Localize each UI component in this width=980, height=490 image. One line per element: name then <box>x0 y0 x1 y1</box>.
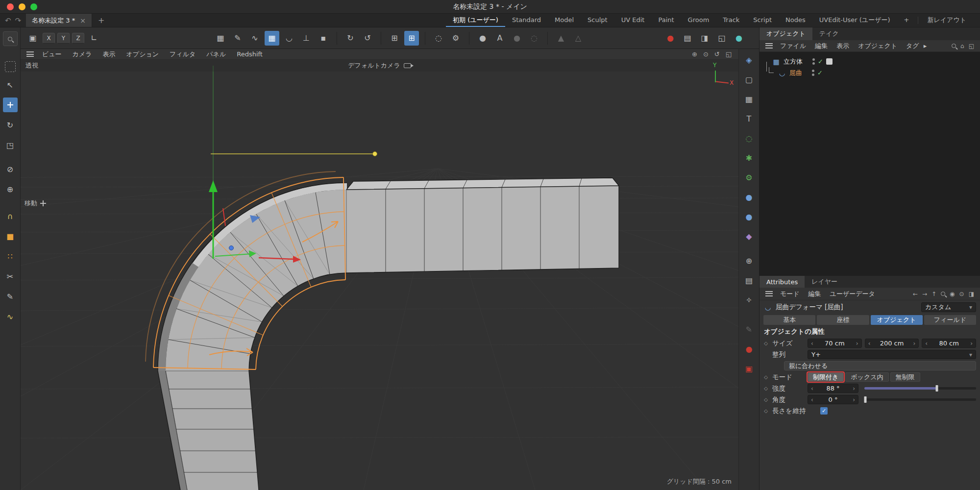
stepper-right-icon[interactable]: › <box>853 396 855 403</box>
shading-option2-icon[interactable]: ◌ <box>527 31 541 46</box>
stepper-right-icon[interactable]: › <box>913 340 916 347</box>
viewport-menu-display[interactable]: 表示 <box>98 50 121 59</box>
tree-row-bend[interactable]: ◡ 屈曲 ✓ <box>760 67 980 78</box>
redshift-ball-icon[interactable]: ● <box>742 342 756 356</box>
deformer-bend-icon[interactable]: ◡ <box>282 31 296 46</box>
stepper-left-icon[interactable]: ‹ <box>868 340 871 347</box>
maximize-view-icon[interactable]: ◱ <box>726 50 732 58</box>
primitive-cube-icon[interactable]: ▦ <box>213 31 228 46</box>
om-menu-tags[interactable]: タグ <box>902 42 924 50</box>
knife-tool-icon[interactable]: ✂ <box>3 269 18 284</box>
simulation-gear-icon[interactable]: ⚙ <box>742 171 756 184</box>
mode-within-box-button[interactable]: ボックス内 <box>845 372 888 382</box>
search-icon[interactable] <box>952 44 956 48</box>
layout-tab-track[interactable]: Track <box>716 14 746 27</box>
generator-cube-icon[interactable]: ▦ <box>265 31 279 46</box>
minimize-window-button[interactable] <box>19 3 25 10</box>
size-z-stepper[interactable]: ‹ 80 cm › <box>922 339 976 348</box>
object-name[interactable]: 立方体 <box>784 57 803 66</box>
size-y-stepper[interactable]: ‹ 200 cm › <box>865 339 919 348</box>
axis-x-toggle[interactable]: X <box>43 33 55 44</box>
history-back-icon[interactable]: ← <box>913 291 918 297</box>
polygon-mode2-icon[interactable]: △ <box>571 31 586 46</box>
tab-objects[interactable]: オブジェクト <box>760 27 812 40</box>
keyframe-record-icon[interactable]: ↻ <box>343 31 358 46</box>
layout-tab-uvedit-user[interactable]: UVEdit-User (ユーザー) <box>812 14 897 27</box>
tree-row-cube[interactable]: ▦ 立方体 ✓ <box>760 56 980 67</box>
slider-handle[interactable] <box>936 385 938 392</box>
tab-attributes[interactable]: Attributes <box>760 276 805 288</box>
pencil-edit-icon[interactable]: ✎ <box>742 322 756 336</box>
size-x-stepper[interactable]: ‹ 70 cm › <box>808 339 862 348</box>
om-menu-edit[interactable]: 編集 <box>810 42 832 50</box>
spline-smooth-tool-icon[interactable]: ∿ <box>3 309 18 324</box>
layout-tab-standard[interactable]: Standard <box>505 14 548 27</box>
key-diamond-icon[interactable]: ◇ <box>762 341 769 346</box>
visibility-dots[interactable] <box>812 58 815 65</box>
scale-tool-icon[interactable]: ◳ <box>3 138 18 152</box>
key-diamond-icon[interactable]: ◇ <box>762 374 769 380</box>
polygon-mode-icon[interactable]: ▲ <box>554 31 568 46</box>
object-manager-menu-icon[interactable] <box>765 43 773 49</box>
layout-tab-nodes[interactable]: Nodes <box>779 14 812 27</box>
cloth-ball-icon[interactable]: ● <box>742 210 756 223</box>
add-layout-button[interactable]: + <box>897 14 916 27</box>
rotate-tool-icon[interactable]: ↻ <box>3 118 18 132</box>
spline-icon[interactable]: ∿ <box>247 31 262 46</box>
dynamics-ball-icon[interactable]: ● <box>742 190 756 204</box>
brush-tool-icon[interactable]: ✎ <box>3 289 18 304</box>
cube-display-icon[interactable]: ▦ <box>742 92 756 106</box>
viewport-menu-redshift[interactable]: Redshift <box>231 50 268 58</box>
key-diamond-icon[interactable]: ◇ <box>762 386 769 391</box>
snapping-toggle-icon[interactable]: ⊞ <box>404 31 419 46</box>
light-icon[interactable]: ✧ <box>742 293 756 307</box>
hierarchy-stem[interactable] <box>766 62 767 72</box>
home-icon[interactable]: ⌂ <box>960 43 964 49</box>
at-menu-mode[interactable]: モード <box>776 290 804 298</box>
stepper-left-icon[interactable]: ‹ <box>925 340 928 347</box>
volume-icon[interactable]: ◆ <box>742 229 756 243</box>
close-window-button[interactable] <box>7 3 14 10</box>
at-menu-userdata[interactable]: ユーザーデータ <box>826 290 880 298</box>
layout-tab-uvedit[interactable]: UV Edit <box>614 14 652 27</box>
material-a-icon[interactable]: A <box>492 31 507 46</box>
tab-layers[interactable]: レイヤー <box>805 276 844 288</box>
orbit-view-icon[interactable]: ↺ <box>714 50 720 58</box>
object-name[interactable]: 屈曲 <box>789 69 802 77</box>
axis-workplane-tool-icon[interactable]: ⊕ <box>3 182 18 196</box>
viewport-menu-camera[interactable]: カメラ <box>67 50 98 59</box>
om-menu-objects[interactable]: オブジェクト <box>854 42 902 50</box>
stepper-right-icon[interactable]: › <box>970 340 973 347</box>
scene-axis-icon[interactable]: ⊥ <box>299 31 314 46</box>
axis-y-toggle[interactable]: Y <box>57 33 70 44</box>
mode-unlimited-button[interactable]: 無制限 <box>890 372 920 382</box>
align-dropdown[interactable]: Y+ ▾ <box>808 350 976 359</box>
layout-tab-model[interactable]: Model <box>548 14 581 27</box>
size-y-value[interactable]: 200 cm <box>880 340 904 347</box>
grid-toggle-icon[interactable]: ⊞ <box>387 31 402 46</box>
visibility-dots[interactable] <box>812 70 814 76</box>
fit-to-parent-button[interactable]: 親に合わせる <box>784 361 976 370</box>
viewport-menu-options[interactable]: オプション <box>121 50 165 59</box>
redo-icon[interactable]: ↷ <box>15 16 22 25</box>
lock-icon[interactable]: ◉ <box>950 291 955 297</box>
axis-lock-tool-icon[interactable]: ⊘ <box>3 162 18 176</box>
at-menu-edit[interactable]: 編集 <box>804 290 826 298</box>
enabled-check-icon[interactable]: ✓ <box>817 69 823 76</box>
key-diamond-icon[interactable]: ◇ <box>762 408 769 414</box>
close-tab-icon[interactable]: × <box>80 17 86 24</box>
panel-split-icon[interactable]: ◨ <box>969 291 974 297</box>
color-swatch-icon[interactable]: ■ <box>3 229 18 244</box>
new-document-tab-button[interactable]: + <box>92 14 110 27</box>
angle-stepper[interactable]: ‹ 0 ° › <box>808 395 858 404</box>
live-select-tool-icon[interactable]: ↖ <box>3 77 18 92</box>
modeling-settings-icon[interactable]: ⚙ <box>448 31 463 46</box>
preset-dropdown[interactable]: カスタム ▾ <box>921 302 976 312</box>
viewport-menu-view[interactable]: ビュー <box>37 50 67 59</box>
origin-handle[interactable] <box>229 246 234 250</box>
pan-view-icon[interactable]: ⊕ <box>692 50 697 58</box>
axis-z-toggle[interactable]: Z <box>72 33 84 44</box>
new-layout-button[interactable]: 新レイアウト <box>920 14 973 27</box>
camera-object-icon[interactable]: ▤ <box>742 273 756 287</box>
layout-tab-default[interactable]: 初期 (ユーザー) <box>446 14 505 27</box>
